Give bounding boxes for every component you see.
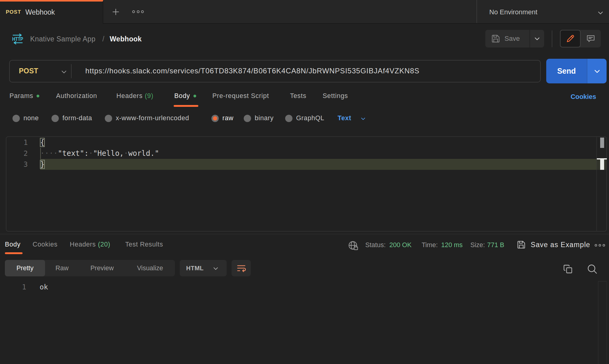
header-divider: [552, 30, 552, 47]
mode-raw[interactable]: raw: [211, 114, 233, 122]
breadcrumb-request-name[interactable]: Webhook: [110, 35, 142, 43]
response-tab-cookies[interactable]: Cookies: [33, 241, 58, 248]
http-badge-icon: HTTP: [12, 33, 24, 45]
response-tab-test-results[interactable]: Test Results: [125, 241, 163, 248]
radio-icon: [244, 115, 251, 122]
url-bar: POST https://hooks.slack.com/services/T0…: [9, 60, 541, 82]
url-input[interactable]: https://hooks.slack.com/services/T06TD83…: [85, 67, 420, 75]
response-active-tab-underline: [5, 252, 23, 254]
raw-format-selector[interactable]: Text: [338, 114, 367, 122]
mode-none[interactable]: none: [12, 114, 39, 122]
radio-icon: [12, 115, 20, 122]
mode-binary[interactable]: binary: [244, 114, 274, 122]
code-line-1: {: [40, 137, 159, 148]
chevron-down-icon: [592, 67, 602, 75]
view-raw[interactable]: Raw: [45, 260, 79, 276]
save-button-label: Save: [505, 35, 520, 43]
environment-chevron-icon[interactable]: [596, 9, 605, 17]
view-pretty[interactable]: Pretty: [5, 260, 45, 276]
send-button-label: Send: [557, 67, 576, 75]
save-button[interactable]: Save: [485, 30, 529, 47]
view-preview[interactable]: Preview: [79, 260, 125, 276]
headers-count: (9): [145, 92, 153, 100]
comment-icon: [586, 34, 595, 43]
svg-text:HTTP: HTTP: [12, 36, 23, 42]
plus-icon: [111, 7, 120, 16]
breadcrumb-separator: /: [102, 35, 104, 43]
code-line-3: }: [40, 159, 159, 170]
response-more-button[interactable]: [595, 243, 605, 247]
edit-request-button[interactable]: [560, 30, 581, 47]
tab-headers[interactable]: Headers(9): [116, 92, 154, 100]
line-number: 1: [6, 137, 28, 148]
response-ruler-border-top: [598, 281, 607, 282]
new-tab-button[interactable]: [111, 7, 121, 17]
mode-x-www-form-urlencoded[interactable]: x-www-form-urlencoded: [105, 114, 189, 122]
pane-splitter[interactable]: [0, 234, 609, 234]
active-tab-underline: [174, 105, 198, 107]
save-floppy-icon: [491, 34, 500, 43]
response-line-1: ok: [40, 282, 48, 292]
method-selector[interactable]: POST: [19, 67, 38, 75]
tab-params[interactable]: Params: [9, 92, 39, 100]
environment-selector[interactable]: No Environment: [489, 8, 537, 16]
format-label: HTML: [186, 265, 204, 272]
url-divider: [71, 64, 72, 78]
mode-graphql[interactable]: GraphQL: [285, 114, 324, 122]
view-visualize[interactable]: Visualize: [125, 260, 175, 276]
tab-method-badge: POST: [6, 9, 21, 15]
cookies-link[interactable]: Cookies: [571, 93, 596, 101]
save-as-example-label: Save as Example: [531, 241, 590, 249]
search-response-button[interactable]: [586, 263, 599, 275]
tab-pre-request-script[interactable]: Pre-request Script: [212, 92, 269, 100]
size-value: 771 B: [487, 241, 504, 249]
postman-app: POST Webhook No Environment HTTP Knative…: [0, 0, 609, 364]
save-as-example-button[interactable]: Save as Example: [517, 240, 590, 249]
globe-lock-icon[interactable]: [347, 240, 359, 251]
response-tab-headers[interactable]: Headers(20): [70, 241, 110, 248]
environment-divider: [476, 0, 477, 23]
request-tab-webhook[interactable]: POST Webhook: [0, 0, 103, 24]
more-tabs-icon: [132, 10, 135, 13]
response-format-selector[interactable]: HTML: [180, 260, 227, 276]
edit-pencil-icon: [566, 34, 575, 43]
status-value: 200 OK: [389, 241, 412, 249]
copy-icon: [563, 264, 573, 274]
send-options-button[interactable]: [587, 59, 607, 83]
wrap-lines-button[interactable]: [232, 260, 251, 276]
editor-code: { ····"text":·"Hello,·world." }: [40, 137, 159, 170]
save-options-button[interactable]: [530, 30, 544, 47]
more-tabs-button[interactable]: [132, 9, 144, 14]
editor-gutter: 1 2 3: [6, 137, 28, 170]
request-body-editor[interactable]: 1 2 3 { ····"text":·"Hello,·world." }: [6, 136, 607, 232]
editor-cursor-mark-bar: [600, 159, 604, 170]
copy-response-button[interactable]: [562, 264, 573, 275]
editor-overview-ruler-border: [597, 137, 597, 231]
line-number: 1: [5, 282, 26, 292]
status-label: Status:: [365, 241, 386, 249]
time-label: Time:: [422, 241, 438, 249]
edit-comment-group: [560, 30, 601, 47]
chevron-down-icon: [211, 265, 220, 272]
send-button[interactable]: Send: [546, 59, 587, 83]
radio-icon: [285, 115, 292, 122]
method-chevron-icon[interactable]: [59, 68, 69, 76]
response-tab-body[interactable]: Body: [5, 241, 20, 248]
tab-settings[interactable]: Settings: [323, 92, 348, 100]
chevron-down-icon: [359, 115, 367, 122]
breadcrumb-collection[interactable]: Knative Sample App: [30, 35, 95, 43]
mode-form-data[interactable]: form-data: [51, 114, 92, 122]
tab-title: Webhook: [25, 8, 55, 16]
tab-tests[interactable]: Tests: [290, 92, 306, 100]
search-icon: [586, 263, 598, 275]
request-tabs: Params Authorization Headers(9) Body Pre…: [0, 92, 609, 102]
editor-scrollbar-thumb[interactable]: [600, 138, 604, 148]
tab-body[interactable]: Body: [174, 92, 196, 100]
tab-bar: POST Webhook No Environment: [0, 0, 609, 24]
response-body-content[interactable]: ok: [40, 282, 48, 292]
size-label: Size:: [470, 241, 485, 249]
comment-button[interactable]: [581, 30, 601, 47]
code-line-2: ····"text":·"Hello,·world.": [40, 148, 159, 159]
params-dot-icon: [37, 95, 39, 97]
tab-authorization[interactable]: Authorization: [56, 92, 97, 100]
